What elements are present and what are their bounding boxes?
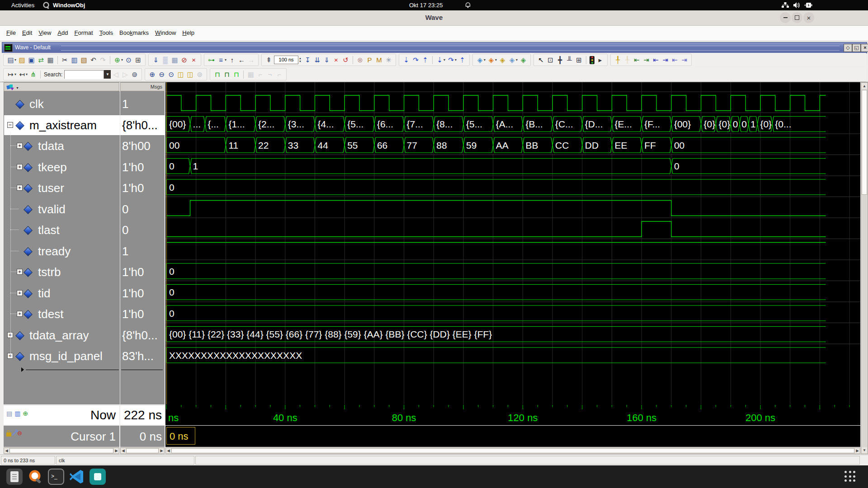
pan-mode-icon[interactable]: ╋ [556,55,564,65]
run-all-icon[interactable]: ⇓ [322,55,331,65]
wave-previous-icon[interactable]: ⇣ [402,55,410,65]
activities-button[interactable]: Activities [11,1,34,9]
print-icon[interactable]: ▦ [46,55,55,65]
pan-hand-icon[interactable]: ✳ [384,55,393,65]
zoom-full-icon[interactable]: ⊙ [167,70,175,80]
zoom-in-icon[interactable]: ⊕ [148,70,156,80]
cursor-track[interactable]: 0 ns [165,426,860,447]
stop-sign-icon[interactable]: ⊗ [356,55,364,65]
signal-value-row-tdata[interactable]: 8'h00 [120,136,165,156]
waveform-canvas[interactable]: {00}...{...{1...{2...{3...{4...{5...{6..… [165,82,860,404]
save-format-icon[interactable]: ▣ [27,55,36,65]
signal-value-row-m_axistream[interactable]: {8'h0... [120,115,165,135]
profile-icon[interactable]: P [365,55,374,65]
pattern-d-icon[interactable]: ⌐ [275,70,283,80]
run-icon[interactable]: ↧ [303,55,312,65]
stop-light-icon[interactable] [590,56,594,64]
zoom-out-icon[interactable]: ⊖ [157,70,166,80]
show-grid-icon[interactable]: ▦ [170,55,179,65]
zoom-cursor-icon[interactable]: ◫ [176,70,185,80]
files-app-icon[interactable] [6,469,23,485]
memory-icon[interactable]: M [375,55,383,65]
signal-row-tdata[interactable]: +tdata [4,136,120,156]
wave-step-next-icon[interactable]: ⇡ [458,55,467,65]
save-wave-dropdown-icon[interactable]: ▾ [516,58,518,62]
add-marker-icon[interactable]: ⊕ [23,410,28,417]
pane-float-button[interactable]: ◱ [852,44,861,52]
signal-row-clk[interactable]: clk [4,94,120,114]
pane-grip[interactable] [61,46,840,51]
wave-pane-titlebar[interactable]: Wave - Default ◇ ◱ × [2,42,867,53]
restore-button[interactable] [792,12,802,23]
cursor-name[interactable]: Cursor 1 [71,430,116,444]
save-wave-icon[interactable]: ◈ [508,55,516,65]
open-file-icon[interactable]: ▨ [18,55,26,65]
run-length-input[interactable]: 100 ns [274,56,298,64]
back-icon[interactable]: ← [237,55,246,65]
names-horizontal-scrollbar[interactable]: ◀▶ [4,447,119,454]
menu-file[interactable]: File [6,29,16,36]
format-list-icon[interactable]: ≡ [217,55,225,65]
signal-value-row-tuser[interactable]: 1'h0 [120,178,165,198]
wave-rerun-icon[interactable]: ↷ [411,55,420,65]
export-wave-icon[interactable]: ◈ [519,55,528,65]
remove-breakpoint-dropdown-icon[interactable]: ▾ [26,72,28,76]
menu-help[interactable]: Help [182,29,194,36]
view-expand-icon[interactable]: ⊓ [232,70,241,80]
expand-hierarchy-icon[interactable]: ⊞ [134,55,142,65]
edit-wave-icon[interactable]: ◈ [498,55,507,65]
cursor-time-box[interactable]: 0 ns [166,427,195,445]
pattern-a-icon[interactable]: ▦ [246,70,255,80]
insert-breakpoint-icon[interactable]: ↦ [6,70,15,80]
signal-row-m_axistream[interactable]: −m_axistream [4,115,120,135]
next-transition-icon[interactable]: ⇥ [642,55,651,65]
delete-cursor-icon[interactable]: ╀ [623,55,632,65]
minimize-button[interactable] [780,12,791,23]
signal-value-row-tid[interactable]: 1'h0 [120,283,165,303]
group-dropdown-icon[interactable]: ▼ [16,86,19,89]
move-up-icon[interactable]: ↑ [228,55,236,65]
signal-names-panel[interactable]: clk−m_axistream+tdata+tkeep+tusertvalidt… [4,91,120,404]
signal-value-row-tready[interactable]: 1 [120,241,165,261]
run-continue-icon[interactable]: ⇊ [313,55,321,65]
wave-horizontal-scrollbar[interactable]: ◀▶ [165,447,860,454]
cursor-mode-icon[interactable]: ╨ [565,55,574,65]
menu-view[interactable]: View [38,29,51,36]
signal-row-tdest[interactable]: +tdest [4,304,120,324]
volume-icon[interactable] [793,2,801,9]
link-icon[interactable]: ⊶ [207,55,216,65]
cursor-row[interactable]: ⊖ Cursor 1 [4,426,119,447]
wave-step-prev-dropdown-icon[interactable]: ▾ [443,58,445,62]
menu-tools[interactable]: Tools [99,29,113,36]
values-horizontal-scrollbar[interactable]: ◀▶ [120,447,165,454]
new-file-icon[interactable]: ▤ [6,55,15,65]
forward-icon[interactable]: → [247,55,255,65]
redo-icon[interactable]: ↷ [99,55,107,65]
break-icon[interactable]: × [332,55,340,65]
copy-icon[interactable]: ▥ [70,55,79,65]
search-field[interactable] [65,71,104,79]
signal-row-tid[interactable]: +tid [4,283,120,303]
format-list-dropdown-icon[interactable]: ▾ [225,58,226,62]
menu-format[interactable]: Format [74,29,93,36]
signal-row-tkeep[interactable]: +tkeep [4,157,120,177]
signal-row-tstrb[interactable]: +tstrb [4,262,120,282]
pane-dock-button[interactable]: ◇ [844,44,852,52]
signal-values-panel[interactable]: 1{8'h0...8'h001'h01'h00011'h01'h01'h0{8'… [120,91,165,404]
menu-bookmarks[interactable]: Bookmarks [119,29,149,36]
battery-icon[interactable] [804,2,813,9]
next-falling-edge-icon[interactable]: ⇥ [661,55,670,65]
signal-value-row-msg_id_panel[interactable]: 83'h... [120,346,165,366]
new-file-dropdown-icon[interactable]: ▾ [14,58,16,62]
run-trigger-icon[interactable]: ▸ [596,55,604,65]
paste-icon[interactable]: ▧ [80,55,88,65]
show-applications-icon[interactable] [844,471,856,483]
select-mode-icon[interactable]: ↖ [537,55,545,65]
timeline-ruler[interactable]: ns40 ns80 ns120 ns160 ns200 ns [165,404,860,425]
signal-value-row-tdest[interactable]: 1'h0 [120,304,165,324]
zoom-selection-icon[interactable]: ⊚ [195,70,204,80]
previous-falling-edge-icon[interactable]: ⇤ [651,55,660,65]
remove-breakpoint-icon[interactable]: ↤ [18,70,26,80]
signal-value-row-tstrb[interactable]: 1'h0 [120,262,165,282]
signal-value-row-tdata_array[interactable]: {8'h0... [120,325,165,345]
